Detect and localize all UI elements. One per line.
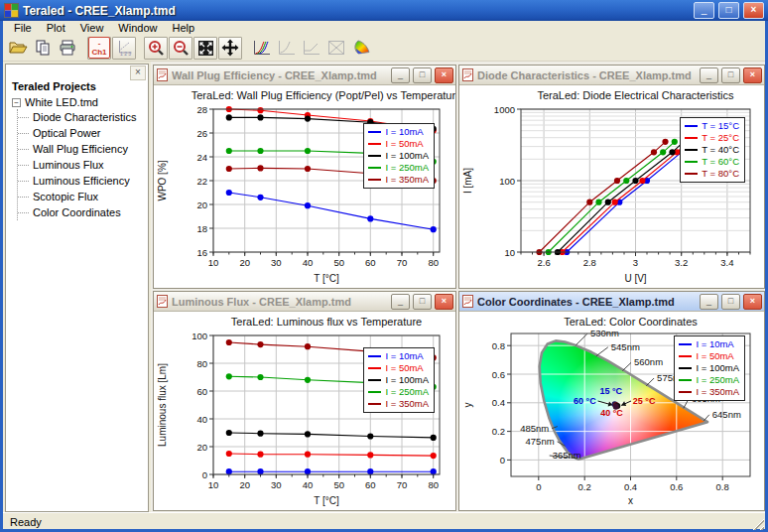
child-minimize-button[interactable]: _ xyxy=(700,67,718,83)
chart-legend: I = 10mAI = 50mAI = 100mAI = 250mAI = 35… xyxy=(363,347,435,413)
svg-text:80: 80 xyxy=(196,358,207,369)
plot-luminous-button[interactable] xyxy=(275,37,299,60)
child-close-button[interactable]: × xyxy=(435,67,453,83)
tree-item-optical-power[interactable]: Optical Power xyxy=(18,125,148,141)
menu-bar: File Plot View Window Help xyxy=(3,21,765,35)
title-bar[interactable]: Teraled - CREE_Xlamp.tmd _ □ × xyxy=(0,0,768,21)
svg-text:100: 100 xyxy=(499,176,515,187)
open-button[interactable] xyxy=(6,37,30,60)
svg-text:10: 10 xyxy=(208,479,219,490)
project-tree: − White LED.tmd Diode Characteristics Op… xyxy=(6,96,148,220)
restore-button[interactable]: □ xyxy=(718,2,739,19)
child-minimize-button[interactable]: _ xyxy=(391,67,410,83)
copy-button[interactable] xyxy=(31,37,55,60)
child-title-bar[interactable]: Wall Plug Efficiency - CREE_Xlamp.tmd _ … xyxy=(154,66,455,85)
svg-text:50: 50 xyxy=(333,479,344,490)
tree-root[interactable]: − White LED.tmd xyxy=(6,96,148,108)
document-icon xyxy=(156,68,169,81)
svg-text:20: 20 xyxy=(196,442,207,453)
window-title: Teraled - CREE_Xlamp.tmd xyxy=(23,4,690,18)
svg-text:3: 3 xyxy=(633,257,638,268)
panel-close-icon[interactable]: × xyxy=(130,66,146,80)
toolbar: -Ch1 1 2 3 xyxy=(3,35,765,62)
tree-item-diode-characteristics[interactable]: Diode Characteristics xyxy=(18,109,148,125)
menu-window[interactable]: Window xyxy=(111,22,164,34)
svg-text:70: 70 xyxy=(397,257,408,268)
svg-text:26: 26 xyxy=(196,128,207,139)
child-maximize-button[interactable]: □ xyxy=(413,67,432,83)
child-title-bar[interactable]: Diode Characteristics - CREE_Xlamp.tmd _… xyxy=(459,66,764,85)
tree-item-luminous-flux[interactable]: Luminous Flux xyxy=(18,157,148,173)
tree-item-color-coordinates[interactable]: Color Coordinates xyxy=(18,204,148,220)
axes-scale-button[interactable]: 1 2 3 xyxy=(112,37,136,60)
svg-text:40: 40 xyxy=(196,414,207,425)
svg-text:30: 30 xyxy=(271,479,282,490)
menu-help[interactable]: Help xyxy=(165,22,201,34)
menu-plot[interactable]: Plot xyxy=(40,22,72,34)
plot-efficiency-button[interactable] xyxy=(300,37,323,60)
svg-text:16: 16 xyxy=(196,247,207,258)
zoom-out-button[interactable] xyxy=(169,37,192,60)
print-button[interactable] xyxy=(56,37,79,60)
child-window-title: Color Coordinates - CREE_Xlamp.tmd xyxy=(477,296,697,308)
svg-text:TeraLed: Diode Electrical Char: TeraLed: Diode Electrical Characteristic… xyxy=(537,89,734,101)
child-title-bar[interactable]: Luminous Flux - CREE_Xlamp.tmd _ □ × xyxy=(154,292,455,312)
fit-view-button[interactable] xyxy=(193,37,217,60)
svg-text:20: 20 xyxy=(239,257,250,268)
svg-text:80: 80 xyxy=(428,257,439,268)
status-bar: Ready xyxy=(3,512,765,531)
svg-text:60 °C: 60 °C xyxy=(574,396,596,406)
project-panel: × Teraled Projects − White LED.tmd Diode… xyxy=(5,64,149,512)
svg-text:U [V]: U [V] xyxy=(624,273,646,284)
child-maximize-button[interactable]: □ xyxy=(413,294,432,310)
svg-text:T [°C]: T [°C] xyxy=(314,495,339,506)
child-minimize-button[interactable]: _ xyxy=(391,294,410,310)
child-maximize-button[interactable]: □ xyxy=(721,67,740,83)
child-title-bar[interactable]: Color Coordinates - CREE_Xlamp.tmd _ □ × xyxy=(459,292,764,312)
svg-text:40: 40 xyxy=(303,479,314,490)
menu-view[interactable]: View xyxy=(73,22,111,34)
tree-item-wall-plug-efficiency[interactable]: Wall Plug Efficiency xyxy=(18,141,148,157)
minimize-button[interactable]: _ xyxy=(694,2,714,19)
document-icon xyxy=(461,295,474,308)
svg-text:25 °C: 25 °C xyxy=(633,396,656,406)
diode-characteristics-chart[interactable]: 2.62.833.23.4101001000TeraLed: Diode Ele… xyxy=(459,85,764,288)
plot-disabled-button[interactable] xyxy=(324,37,348,60)
child-close-button[interactable]: × xyxy=(743,294,762,310)
chart-legend: I = 10mAI = 50mAI = 100mAI = 250mAI = 35… xyxy=(363,123,435,189)
svg-text:645nm: 645nm xyxy=(712,409,741,420)
child-close-button[interactable]: × xyxy=(435,294,453,310)
luminous-flux-chart[interactable]: 1020304050607080020406080100TeraLed: Lum… xyxy=(154,312,455,510)
svg-text:1000: 1000 xyxy=(494,104,515,115)
svg-text:10: 10 xyxy=(504,247,515,258)
pan-button[interactable] xyxy=(218,37,242,60)
tree-item-scotopic-flux[interactable]: Scotopic Flux xyxy=(18,189,148,204)
svg-text:T [°C]: T [°C] xyxy=(314,273,339,284)
svg-text:30: 30 xyxy=(271,257,282,268)
chart-legend: I = 10mAI = 50mAI = 100mAI = 250mAI = 35… xyxy=(674,335,745,401)
status-text: Ready xyxy=(10,516,42,528)
window-luminous-flux: Luminous Flux - CREE_Xlamp.tmd _ □ × 102… xyxy=(153,291,456,511)
svg-text:2.8: 2.8 xyxy=(583,257,596,268)
wall-plug-efficiency-chart[interactable]: 102030405060708016182022242628TeraLed: W… xyxy=(154,85,455,288)
svg-text:485nm: 485nm xyxy=(520,423,549,434)
resize-grip[interactable] xyxy=(751,517,764,530)
color-coordinates-chart[interactable]: 00.20.40.60.800.20.40.60.8TeraLed: Color… xyxy=(459,312,764,510)
child-minimize-button[interactable]: _ xyxy=(700,294,718,310)
plot-characteristics-button[interactable] xyxy=(250,37,274,60)
zoom-in-button[interactable] xyxy=(144,37,168,60)
close-button[interactable]: × xyxy=(743,2,764,19)
collapse-icon[interactable]: − xyxy=(12,98,21,107)
cie-diagram-button[interactable] xyxy=(349,37,373,60)
svg-text:TeraLed: Luminous flux vs Temp: TeraLed: Luminous flux vs Temperature xyxy=(231,316,422,328)
document-icon xyxy=(156,295,169,308)
tree-item-luminous-efficiency[interactable]: Luminous Efficiency xyxy=(18,173,148,189)
panel-title: Teraled Projects xyxy=(6,65,148,96)
svg-text:545nm: 545nm xyxy=(611,341,640,352)
channel-ch1-button[interactable]: -Ch1 xyxy=(87,37,111,60)
child-close-button[interactable]: × xyxy=(743,67,762,83)
child-maximize-button[interactable]: □ xyxy=(721,294,740,310)
menu-file[interactable]: File xyxy=(7,22,39,34)
svg-text:I [mA]: I [mA] xyxy=(462,168,473,194)
svg-text:560nm: 560nm xyxy=(634,356,663,367)
